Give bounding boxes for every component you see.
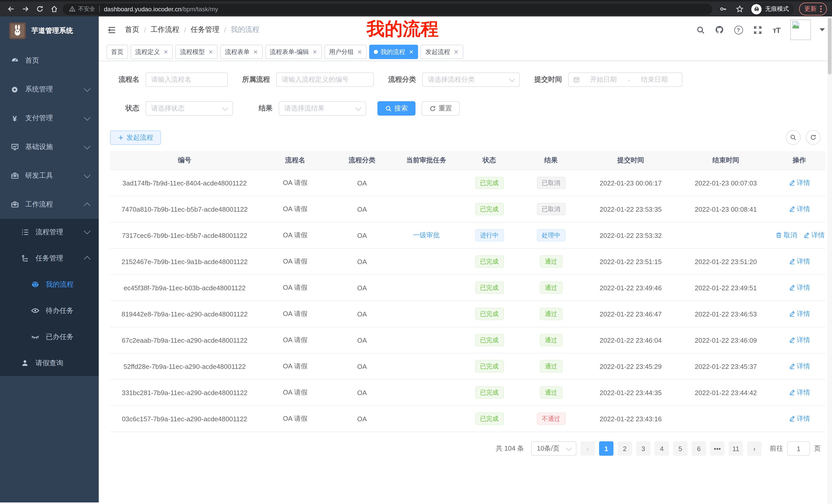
avatar[interactable] (790, 20, 811, 40)
cell-end-time: 2022-01-22 23:45:37 (678, 353, 773, 380)
status-select[interactable]: 请选择状态 (146, 101, 233, 116)
search-icon[interactable] (695, 25, 705, 35)
process-name-input[interactable]: 请输入流程名 (146, 73, 228, 87)
close-tab-icon[interactable]: ✕ (409, 49, 413, 55)
github-icon[interactable] (714, 25, 725, 35)
sidebar-item-任务管理[interactable]: 任务管理 (0, 245, 99, 271)
category-select[interactable]: 请选择流程分类 (422, 73, 520, 87)
sidebar-item-工作流程[interactable]: 工作流程 (0, 190, 99, 219)
key-icon[interactable] (717, 3, 729, 15)
fullscreen-icon[interactable] (752, 25, 762, 35)
reset-button[interactable]: 重置 (422, 101, 460, 116)
forward-icon[interactable] (20, 3, 31, 15)
page-button-1[interactable]: 1 (599, 441, 614, 456)
security-warning[interactable]: 不安全 (69, 5, 95, 13)
close-tab-icon[interactable]: ✕ (357, 49, 362, 55)
sidebar-item-label: 支付管理 (25, 114, 53, 123)
detail-action[interactable]: 详情 (788, 309, 810, 318)
refresh-table-button[interactable] (806, 130, 821, 145)
tab-流程表单-编辑[interactable]: 流程表单-编辑✕ (265, 45, 322, 59)
page-button-11[interactable]: 11 (729, 441, 743, 456)
sidebar-item-基础设施[interactable]: 基础设施 (0, 133, 99, 161)
edit-icon (803, 232, 810, 239)
tab-流程表单[interactable]: 流程表单✕ (220, 45, 262, 59)
cell-result: 通过 (519, 327, 583, 353)
chevron-up-icon (84, 202, 90, 208)
result-select[interactable]: 请选择流结果 (279, 101, 366, 116)
sidebar-item-研发工具[interactable]: 研发工具 (0, 161, 99, 190)
date-range-picker[interactable]: 开始日期 - 结束日期 (568, 73, 682, 87)
end-date-placeholder: 结束日期 (631, 75, 678, 84)
next-page-button[interactable]: › (747, 441, 761, 456)
more-pages-button[interactable]: ••• (710, 441, 725, 456)
close-tab-icon[interactable]: ✕ (454, 49, 459, 55)
back-icon[interactable] (5, 3, 17, 15)
detail-action[interactable]: 详情 (788, 283, 810, 292)
help-icon[interactable]: ? (733, 25, 744, 35)
detail-action[interactable]: 详情 (788, 362, 810, 371)
page-button-3[interactable]: 3 (636, 441, 650, 456)
search-button[interactable]: 搜索 (378, 101, 415, 116)
detail-action[interactable]: 详情 (803, 231, 825, 240)
page-size-select[interactable]: 10条/页 (531, 441, 576, 456)
tab-流程模型[interactable]: 流程模型✕ (175, 45, 217, 59)
sidebar-item-首页[interactable]: 首页 (0, 46, 99, 75)
detail-action[interactable]: 详情 (788, 178, 810, 188)
page-button-6[interactable]: 6 (692, 441, 706, 456)
sidebar-item-流程管理[interactable]: 流程管理 (0, 219, 99, 245)
browser-menu-icon[interactable] (820, 6, 822, 12)
home-icon[interactable] (48, 3, 60, 15)
sidebar-item-系统管理[interactable]: 系统管理 (0, 75, 99, 104)
close-tab-icon[interactable]: ✕ (253, 49, 258, 55)
breadcrumb-home[interactable]: 首页 (125, 25, 139, 34)
breadcrumb-workflow[interactable]: 工作流程 (151, 25, 179, 34)
detail-action[interactable]: 详情 (788, 414, 810, 423)
cell-category: OA (331, 353, 393, 380)
tab-首页[interactable]: 首页 (106, 45, 128, 59)
address-bar[interactable]: 不安全 dashboard.yudao.iocoder.cn/bpm/task/… (63, 3, 712, 15)
close-tab-icon[interactable]: ✕ (208, 49, 213, 55)
detail-action[interactable]: 详情 (788, 204, 810, 214)
tab-发起流程[interactable]: 发起流程✕ (421, 45, 463, 59)
sidebar-item-请假查询[interactable]: 请假查询 (0, 350, 99, 376)
font-size-icon[interactable]: тT (771, 25, 782, 35)
close-tab-icon[interactable]: ✕ (312, 49, 317, 55)
cell-name: OA 请假 (259, 327, 331, 353)
close-tab-icon[interactable]: ✕ (163, 49, 168, 55)
tab-流程定义[interactable]: 流程定义✕ (131, 45, 173, 59)
detail-action[interactable]: 详情 (788, 335, 810, 345)
cell-result: 通过 (519, 353, 583, 380)
collapse-sidebar-icon[interactable] (106, 25, 117, 35)
app-logo[interactable]: 芋道管理系统 (0, 17, 99, 45)
create-process-button[interactable]: 发起流程 (110, 130, 161, 145)
page-button-2[interactable]: 2 (618, 441, 632, 456)
sidebar-item-待办任务[interactable]: 待办任务 (0, 298, 99, 324)
cell-status: 已完成 (460, 380, 519, 405)
page-button-4[interactable]: 4 (655, 441, 669, 456)
breadcrumb-task[interactable]: 任务管理 (191, 25, 219, 34)
reload-icon[interactable] (34, 3, 45, 15)
chevron-down-icon (223, 105, 228, 111)
detail-action[interactable]: 详情 (788, 257, 810, 266)
sidebar-item-支付管理[interactable]: ¥支付管理 (0, 104, 99, 133)
bookmark-star-icon[interactable] (734, 3, 745, 15)
cell-submit-time: 2022-01-22 23:51:15 (583, 248, 678, 275)
cell-submit-time: 2022-01-22 23:46:47 (583, 301, 678, 327)
show-search-button[interactable] (786, 130, 801, 145)
sidebar-item-我的流程[interactable]: 我的流程 (0, 271, 99, 298)
tab-用户分组[interactable]: 用户分组✕ (324, 45, 367, 59)
cancel-action[interactable]: 取消 (775, 231, 797, 240)
cell-end-time (678, 222, 773, 248)
detail-action[interactable]: 详情 (788, 388, 810, 397)
page-button-5[interactable]: 5 (673, 441, 687, 456)
window-scrollbar[interactable] (827, 18, 832, 504)
sidebar-item-已办任务[interactable]: 已办任务 (0, 324, 99, 350)
task-link[interactable]: 一级审批 (413, 231, 440, 239)
prev-page-button[interactable]: ‹ (580, 441, 595, 456)
parent-process-input[interactable]: 请输入流程定义的编号 (276, 73, 374, 87)
avatar-dropdown-caret[interactable] (820, 28, 825, 31)
status-badge: 已完成 (475, 308, 504, 320)
goto-page-input[interactable]: 1 (787, 441, 810, 456)
tab-我的流程[interactable]: 我的流程✕ (369, 45, 418, 59)
update-button[interactable]: 更新 (799, 3, 827, 16)
